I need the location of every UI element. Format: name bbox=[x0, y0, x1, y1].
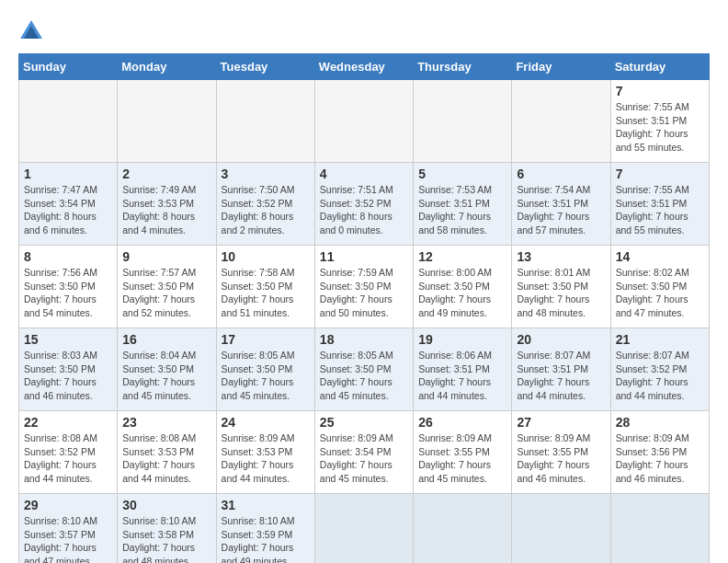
calendar-day-cell: 7Sunrise: 7:55 AMSunset: 3:51 PMDaylight… bbox=[610, 163, 709, 246]
col-saturday: Saturday bbox=[610, 54, 709, 80]
logo bbox=[18, 18, 48, 44]
calendar-table: Sunday Monday Tuesday Wednesday Thursday… bbox=[18, 53, 710, 563]
calendar-day-cell: 17Sunrise: 8:05 AMSunset: 3:50 PMDayligh… bbox=[216, 328, 314, 411]
day-info: Sunrise: 7:53 AMSunset: 3:51 PMDaylight:… bbox=[418, 183, 506, 237]
day-number: 9 bbox=[122, 249, 210, 264]
day-number: 25 bbox=[320, 415, 408, 430]
calendar-day-cell: 26Sunrise: 8:09 AMSunset: 3:55 PMDayligh… bbox=[414, 411, 512, 494]
day-info: Sunrise: 8:09 AMSunset: 3:53 PMDaylight:… bbox=[222, 431, 310, 486]
day-info: Sunrise: 8:01 AMSunset: 3:50 PMDaylight:… bbox=[517, 266, 605, 320]
calendar-week-row: 7Sunrise: 7:55 AMSunset: 3:51 PMDaylight… bbox=[19, 80, 710, 163]
calendar-day-cell bbox=[118, 80, 216, 163]
day-number: 22 bbox=[24, 415, 112, 430]
day-info: Sunrise: 7:47 AMSunset: 3:54 PMDaylight:… bbox=[24, 183, 112, 237]
day-info: Sunrise: 7:50 AMSunset: 3:52 PMDaylight:… bbox=[222, 183, 310, 237]
day-number: 23 bbox=[122, 415, 210, 430]
day-number: 7 bbox=[616, 167, 704, 181]
day-number: 7 bbox=[616, 84, 704, 98]
calendar-day-cell bbox=[216, 80, 314, 163]
day-number: 17 bbox=[222, 332, 310, 347]
calendar-day-cell bbox=[414, 80, 512, 163]
calendar-day-cell: 24Sunrise: 8:09 AMSunset: 3:53 PMDayligh… bbox=[216, 411, 314, 494]
day-info: Sunrise: 8:09 AMSunset: 3:56 PMDaylight:… bbox=[616, 431, 704, 486]
day-number: 11 bbox=[320, 249, 408, 264]
day-info: Sunrise: 8:08 AMSunset: 3:53 PMDaylight:… bbox=[122, 431, 210, 486]
day-info: Sunrise: 8:07 AMSunset: 3:51 PMDaylight:… bbox=[517, 349, 605, 403]
day-info: Sunrise: 8:06 AMSunset: 3:51 PMDaylight:… bbox=[418, 349, 506, 403]
calendar-day-cell: 12Sunrise: 8:00 AMSunset: 3:50 PMDayligh… bbox=[414, 246, 512, 328]
day-info: Sunrise: 7:51 AMSunset: 3:52 PMDaylight:… bbox=[320, 183, 408, 237]
calendar-day-cell: 25Sunrise: 8:09 AMSunset: 3:54 PMDayligh… bbox=[314, 411, 413, 494]
day-number: 1 bbox=[24, 167, 112, 181]
day-info: Sunrise: 7:59 AMSunset: 3:50 PMDaylight:… bbox=[320, 266, 408, 320]
day-number: 30 bbox=[122, 498, 210, 512]
calendar-header-row: Sunday Monday Tuesday Wednesday Thursday… bbox=[19, 54, 710, 80]
day-number: 14 bbox=[616, 249, 704, 264]
day-number: 2 bbox=[122, 167, 210, 181]
calendar-day-cell bbox=[19, 80, 118, 163]
day-info: Sunrise: 8:10 AMSunset: 3:57 PMDaylight:… bbox=[24, 514, 112, 563]
day-number: 18 bbox=[320, 332, 408, 347]
calendar-day-cell: 29Sunrise: 8:10 AMSunset: 3:57 PMDayligh… bbox=[19, 494, 118, 564]
day-number: 28 bbox=[616, 415, 704, 430]
calendar-day-cell: 22Sunrise: 8:08 AMSunset: 3:52 PMDayligh… bbox=[19, 411, 118, 494]
day-info: Sunrise: 7:55 AMSunset: 3:51 PMDaylight:… bbox=[616, 100, 704, 155]
calendar-day-cell: 28Sunrise: 8:09 AMSunset: 3:56 PMDayligh… bbox=[610, 411, 709, 494]
logo-icon bbox=[18, 18, 44, 44]
calendar-day-cell: 2Sunrise: 7:49 AMSunset: 3:53 PMDaylight… bbox=[118, 163, 216, 246]
col-sunday: Sunday bbox=[19, 54, 118, 80]
calendar-day-cell: 7Sunrise: 7:55 AMSunset: 3:51 PMDaylight… bbox=[610, 80, 709, 163]
day-info: Sunrise: 8:08 AMSunset: 3:52 PMDaylight:… bbox=[24, 431, 112, 486]
day-info: Sunrise: 8:07 AMSunset: 3:52 PMDaylight:… bbox=[616, 349, 704, 403]
calendar-day-cell: 19Sunrise: 8:06 AMSunset: 3:51 PMDayligh… bbox=[414, 328, 512, 411]
calendar-week-row: 8Sunrise: 7:56 AMSunset: 3:50 PMDaylight… bbox=[19, 246, 710, 328]
calendar-day-cell: 23Sunrise: 8:08 AMSunset: 3:53 PMDayligh… bbox=[118, 411, 216, 494]
day-info: Sunrise: 8:00 AMSunset: 3:50 PMDaylight:… bbox=[418, 266, 506, 320]
day-number: 4 bbox=[320, 167, 408, 181]
day-info: Sunrise: 7:56 AMSunset: 3:50 PMDaylight:… bbox=[24, 266, 112, 320]
day-number: 10 bbox=[222, 249, 310, 264]
calendar-week-row: 15Sunrise: 8:03 AMSunset: 3:50 PMDayligh… bbox=[19, 328, 710, 411]
calendar-day-cell: 13Sunrise: 8:01 AMSunset: 3:50 PMDayligh… bbox=[512, 246, 610, 328]
calendar-day-cell bbox=[512, 494, 610, 564]
calendar-day-cell: 10Sunrise: 7:58 AMSunset: 3:50 PMDayligh… bbox=[216, 246, 314, 328]
calendar-day-cell bbox=[414, 494, 512, 564]
calendar-day-cell bbox=[610, 494, 709, 564]
calendar-day-cell: 30Sunrise: 8:10 AMSunset: 3:58 PMDayligh… bbox=[118, 494, 216, 564]
day-number: 27 bbox=[517, 415, 605, 430]
day-number: 16 bbox=[122, 332, 210, 347]
day-info: Sunrise: 8:02 AMSunset: 3:50 PMDaylight:… bbox=[616, 266, 704, 320]
day-number: 21 bbox=[616, 332, 704, 347]
day-info: Sunrise: 8:09 AMSunset: 3:55 PMDaylight:… bbox=[418, 431, 506, 486]
calendar-day-cell: 14Sunrise: 8:02 AMSunset: 3:50 PMDayligh… bbox=[610, 246, 709, 328]
day-info: Sunrise: 8:09 AMSunset: 3:55 PMDaylight:… bbox=[517, 431, 605, 486]
calendar-day-cell: 20Sunrise: 8:07 AMSunset: 3:51 PMDayligh… bbox=[512, 328, 610, 411]
col-friday: Friday bbox=[512, 54, 610, 80]
day-number: 20 bbox=[517, 332, 605, 347]
calendar-day-cell: 1Sunrise: 7:47 AMSunset: 3:54 PMDaylight… bbox=[19, 163, 118, 246]
day-info: Sunrise: 8:05 AMSunset: 3:50 PMDaylight:… bbox=[320, 349, 408, 403]
calendar-day-cell: 6Sunrise: 7:54 AMSunset: 3:51 PMDaylight… bbox=[512, 163, 610, 246]
day-number: 13 bbox=[517, 249, 605, 264]
day-info: Sunrise: 8:04 AMSunset: 3:50 PMDaylight:… bbox=[122, 349, 210, 403]
calendar-day-cell: 31Sunrise: 8:10 AMSunset: 3:59 PMDayligh… bbox=[216, 494, 314, 564]
day-info: Sunrise: 7:49 AMSunset: 3:53 PMDaylight:… bbox=[122, 183, 210, 237]
calendar-day-cell bbox=[314, 80, 413, 163]
calendar-day-cell: 16Sunrise: 8:04 AMSunset: 3:50 PMDayligh… bbox=[118, 328, 216, 411]
day-info: Sunrise: 7:54 AMSunset: 3:51 PMDaylight:… bbox=[517, 183, 605, 237]
col-monday: Monday bbox=[118, 54, 216, 80]
day-info: Sunrise: 8:05 AMSunset: 3:50 PMDaylight:… bbox=[222, 349, 310, 403]
day-info: Sunrise: 7:58 AMSunset: 3:50 PMDaylight:… bbox=[222, 266, 310, 320]
calendar-day-cell: 3Sunrise: 7:50 AMSunset: 3:52 PMDaylight… bbox=[216, 163, 314, 246]
calendar-day-cell: 15Sunrise: 8:03 AMSunset: 3:50 PMDayligh… bbox=[19, 328, 118, 411]
calendar-day-cell bbox=[314, 494, 413, 564]
calendar-day-cell: 5Sunrise: 7:53 AMSunset: 3:51 PMDaylight… bbox=[414, 163, 512, 246]
col-wednesday: Wednesday bbox=[314, 54, 413, 80]
day-number: 12 bbox=[418, 249, 506, 264]
day-number: 26 bbox=[418, 415, 506, 430]
calendar-day-cell: 9Sunrise: 7:57 AMSunset: 3:50 PMDaylight… bbox=[118, 246, 216, 328]
calendar-day-cell: 27Sunrise: 8:09 AMSunset: 3:55 PMDayligh… bbox=[512, 411, 610, 494]
day-number: 31 bbox=[222, 498, 310, 512]
day-info: Sunrise: 7:57 AMSunset: 3:50 PMDaylight:… bbox=[122, 266, 210, 320]
day-number: 15 bbox=[24, 332, 112, 347]
